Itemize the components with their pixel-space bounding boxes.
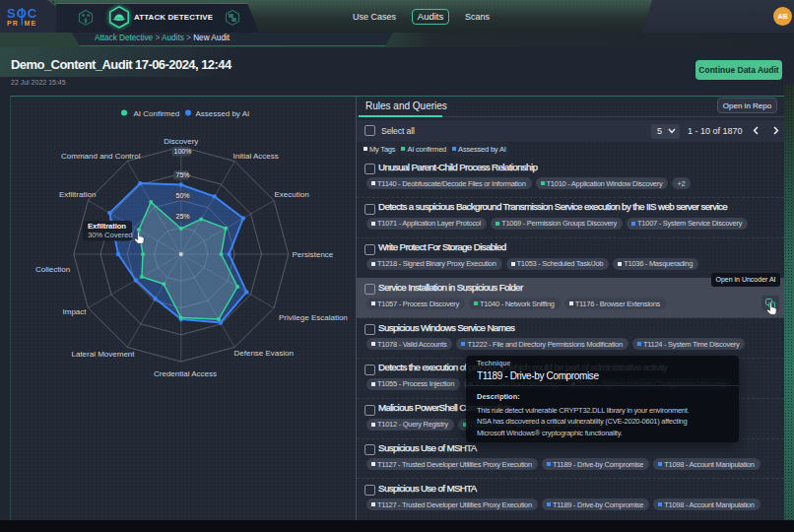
svg-text:Impact: Impact	[63, 307, 88, 316]
svg-text:Discovery: Discovery	[164, 137, 198, 146]
svg-text:Assessed by AI: Assessed by AI	[196, 109, 250, 118]
svg-text:30% Covered: 30% Covered	[88, 231, 132, 239]
svg-text:75%: 75%	[176, 171, 190, 178]
svg-text:100%: 100%	[174, 148, 192, 155]
svg-text:50%: 50%	[176, 192, 190, 199]
svg-text:AI Confirmed: AI Confirmed	[134, 109, 180, 118]
svg-text:Execution: Execution	[275, 190, 309, 199]
svg-text:Persistence: Persistence	[293, 250, 334, 259]
svg-text:Privilege Escalation: Privilege Escalation	[279, 313, 348, 322]
svg-text:Defense Evasion: Defense Evasion	[234, 349, 294, 358]
svg-text:25%: 25%	[176, 213, 190, 220]
svg-text:ME: ME	[25, 20, 37, 27]
svg-text:Initial Access: Initial Access	[233, 152, 279, 161]
svg-text:Collection: Collection	[35, 265, 70, 274]
svg-text:Command and Control: Command and Control	[61, 152, 141, 161]
svg-text:Exfiltration: Exfiltration	[88, 222, 126, 231]
svg-text:Lateral Movement: Lateral Movement	[72, 350, 136, 359]
svg-text:Credential Access: Credential Access	[154, 369, 217, 378]
svg-text:Exfiltration: Exfiltration	[59, 190, 96, 199]
svg-text:PR: PR	[7, 20, 19, 27]
